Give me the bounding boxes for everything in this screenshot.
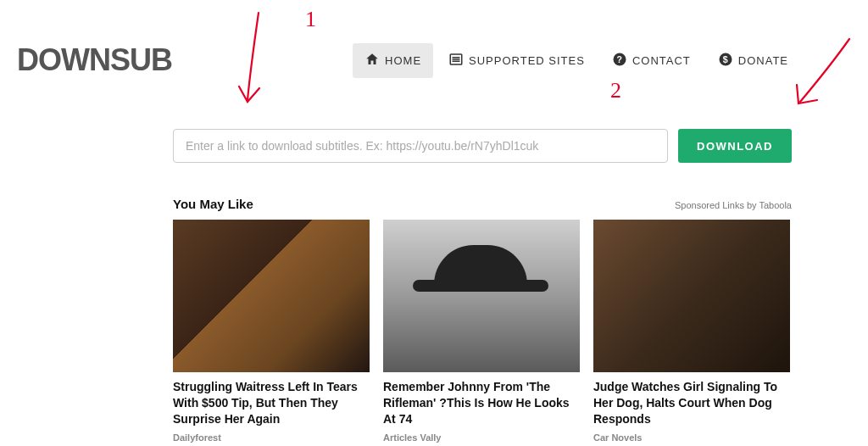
site-logo[interactable]: DOWNSUB xyxy=(17,42,172,78)
ad-card[interactable]: Remember Johnny From 'The Rifleman' ?Thi… xyxy=(383,220,580,443)
nav-supported-label: SUPPORTED SITES xyxy=(469,54,585,67)
ad-card[interactable]: Struggling Waitress Left In Tears With $… xyxy=(173,220,370,443)
download-form: DOWNLOAD xyxy=(173,129,792,163)
ad-thumbnail xyxy=(173,220,370,372)
ad-source: Car Novels xyxy=(593,432,790,443)
svg-text:?: ? xyxy=(616,53,622,64)
list-icon xyxy=(448,52,464,70)
nav-home[interactable]: HOME xyxy=(353,43,433,78)
ad-title: Judge Watches Girl Signaling To Her Dog,… xyxy=(593,379,790,427)
dollar-icon: $ xyxy=(718,52,733,70)
ad-thumbnail xyxy=(383,220,580,372)
download-button[interactable]: DOWNLOAD xyxy=(678,129,792,163)
nav-contact-label: CONTACT xyxy=(632,54,691,67)
nav-donate-label: DONATE xyxy=(738,54,788,67)
ad-card[interactable]: Judge Watches Girl Signaling To Her Dog,… xyxy=(593,220,790,443)
url-input[interactable] xyxy=(173,129,668,163)
ad-source: Dailyforest xyxy=(173,432,370,443)
logo-text: DOWNSUB xyxy=(17,42,172,78)
ads-heading: You May Like xyxy=(173,197,253,211)
nav-supported-sites[interactable]: SUPPORTED SITES xyxy=(437,43,597,78)
svg-text:$: $ xyxy=(722,53,728,64)
ads-sponsor-link[interactable]: Sponsored Links by Taboola xyxy=(675,200,792,210)
ad-thumbnail xyxy=(593,220,790,372)
nav-contact[interactable]: ? CONTACT xyxy=(600,43,703,78)
ad-source: Articles Vally xyxy=(383,432,580,443)
ad-title: Struggling Waitress Left In Tears With $… xyxy=(173,379,370,427)
home-icon xyxy=(364,52,380,70)
question-icon: ? xyxy=(612,52,627,70)
ad-title: Remember Johnny From 'The Rifleman' ?Thi… xyxy=(383,379,580,427)
main-nav: HOME SUPPORTED SITES ? CONTACT $ DONATE xyxy=(353,43,800,78)
nav-donate[interactable]: $ DONATE xyxy=(706,43,800,78)
nav-home-label: HOME xyxy=(385,54,421,67)
sponsored-section: You May Like Sponsored Links by Taboola … xyxy=(173,197,792,443)
